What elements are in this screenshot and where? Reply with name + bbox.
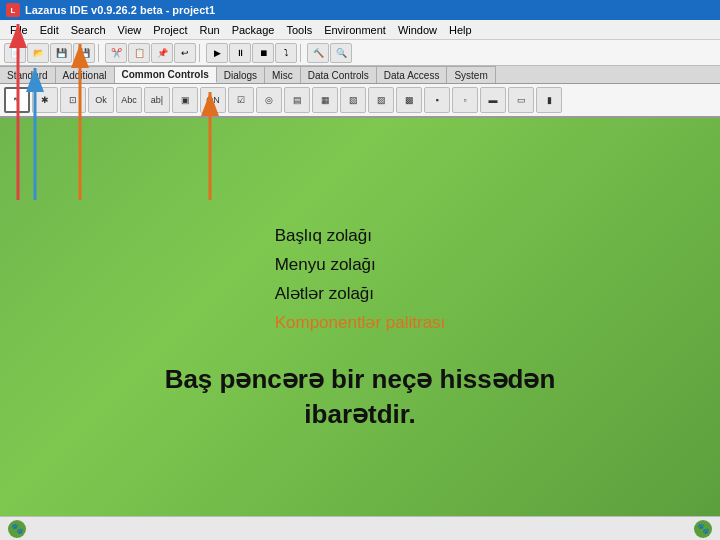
palette-comp-15[interactable]: ▫ (452, 87, 478, 113)
palette-tabs: Standard Additional Common Controls Dial… (0, 66, 720, 84)
palette-comp-12[interactable]: ▨ (368, 87, 394, 113)
palette-comp-6[interactable]: ON (200, 87, 226, 113)
menu-view[interactable]: View (112, 22, 148, 38)
toolbar-btn-6[interactable]: 📋 (128, 43, 150, 63)
toolbar-btn-stop[interactable]: ⏹ (252, 43, 274, 63)
tab-system[interactable]: System (447, 66, 495, 83)
toolbar: 📄 📂 💾 💾 ✂️ 📋 📌 ↩ ▶ ⏸ ⏹ ⤵ 🔨 🔍 (0, 40, 720, 66)
palette-comp-1[interactable]: ⊡ (60, 87, 86, 113)
label-komponentler: Komponentlər palitrası (275, 309, 446, 338)
main-content: Başlıq zolağı Menyu zolağı Alətlər zolağ… (0, 118, 720, 516)
big-text-line1: Baş pəncərə bir neçə hissədən (165, 362, 556, 397)
toolbar-btn-build[interactable]: 🔨 (307, 43, 329, 63)
tab-additional[interactable]: Additional (56, 66, 115, 83)
palette-comp-18[interactable]: ▮ (536, 87, 562, 113)
toolbar-btn-step[interactable]: ⤵ (275, 43, 297, 63)
palette-comp-7[interactable]: ☑ (228, 87, 254, 113)
palette-comp-5[interactable]: ▣ (172, 87, 198, 113)
palette-components: ↖ ✱ ⊡ Ok Abc ab| ▣ ON ☑ ◎ ▤ ▦ ▧ ▨ ▩ ▪ ▫ … (0, 84, 720, 116)
app-icon: L (6, 3, 20, 17)
big-text-line2: ibarətdir. (165, 397, 556, 432)
toolbar-sep-2 (199, 44, 203, 62)
menu-bar: File Edit Search View Project Run Packag… (0, 20, 720, 40)
tab-data-controls[interactable]: Data Controls (301, 66, 377, 83)
palette-comp-11[interactable]: ▧ (340, 87, 366, 113)
toolbar-btn-1[interactable]: 📄 (4, 43, 26, 63)
label-menyu: Menyu zolağı (275, 251, 446, 280)
palette-comp-14[interactable]: ▪ (424, 87, 450, 113)
toolbar-sep-3 (300, 44, 304, 62)
palette-comp-9[interactable]: ▤ (284, 87, 310, 113)
tab-dialogs[interactable]: Dialogs (217, 66, 265, 83)
label-aletler: Alətlər zolağı (275, 280, 446, 309)
title-bar: L Lazarus IDE v0.9.26.2 beta - project1 (0, 0, 720, 20)
tab-standard[interactable]: Standard (0, 66, 56, 83)
toolbar-btn-2[interactable]: 📂 (27, 43, 49, 63)
toolbar-btn-8[interactable]: ↩ (174, 43, 196, 63)
menu-package[interactable]: Package (226, 22, 281, 38)
menu-project[interactable]: Project (147, 22, 193, 38)
palette-comp-0[interactable]: ✱ (32, 87, 58, 113)
palette-comp-17[interactable]: ▭ (508, 87, 534, 113)
status-icon-right: 🐾 (694, 520, 712, 538)
toolbar-sep-1 (98, 44, 102, 62)
palette-comp-13[interactable]: ▩ (396, 87, 422, 113)
toolbar-btn-9[interactable]: 🔍 (330, 43, 352, 63)
menu-help[interactable]: Help (443, 22, 478, 38)
menu-edit[interactable]: Edit (34, 22, 65, 38)
status-bar: 🐾 🐾 (0, 516, 720, 540)
title-text: Lazarus IDE v0.9.26.2 beta - project1 (25, 4, 215, 16)
menu-file[interactable]: File (4, 22, 34, 38)
toolbar-btn-4[interactable]: 💾 (73, 43, 95, 63)
toolbar-btn-5[interactable]: ✂️ (105, 43, 127, 63)
menu-tools[interactable]: Tools (280, 22, 318, 38)
toolbar-btn-run[interactable]: ▶ (206, 43, 228, 63)
palette-comp-2[interactable]: Ok (88, 87, 114, 113)
tab-data-access[interactable]: Data Access (377, 66, 448, 83)
tab-misc[interactable]: Misc (265, 66, 301, 83)
palette-comp-16[interactable]: ▬ (480, 87, 506, 113)
status-icon-left: 🐾 (8, 520, 26, 538)
palette-arrow-tool[interactable]: ↖ (4, 87, 30, 113)
toolbar-btn-pause[interactable]: ⏸ (229, 43, 251, 63)
label-bashliq: Başlıq zolağı (275, 222, 446, 251)
tab-common-controls[interactable]: Common Controls (115, 66, 217, 83)
menu-search[interactable]: Search (65, 22, 112, 38)
big-text-container: Baş pəncərə bir neçə hissədən ibarətdir. (165, 362, 556, 432)
menu-environment[interactable]: Environment (318, 22, 392, 38)
text-labels: Başlıq zolağı Menyu zolağı Alətlər zolağ… (275, 222, 446, 338)
palette-comp-10[interactable]: ▦ (312, 87, 338, 113)
palette-comp-4[interactable]: ab| (144, 87, 170, 113)
toolbar-btn-7[interactable]: 📌 (151, 43, 173, 63)
component-palette: Standard Additional Common Controls Dial… (0, 66, 720, 118)
menu-window[interactable]: Window (392, 22, 443, 38)
toolbar-btn-3[interactable]: 💾 (50, 43, 72, 63)
palette-comp-3[interactable]: Abc (116, 87, 142, 113)
palette-comp-8[interactable]: ◎ (256, 87, 282, 113)
menu-run[interactable]: Run (193, 22, 225, 38)
